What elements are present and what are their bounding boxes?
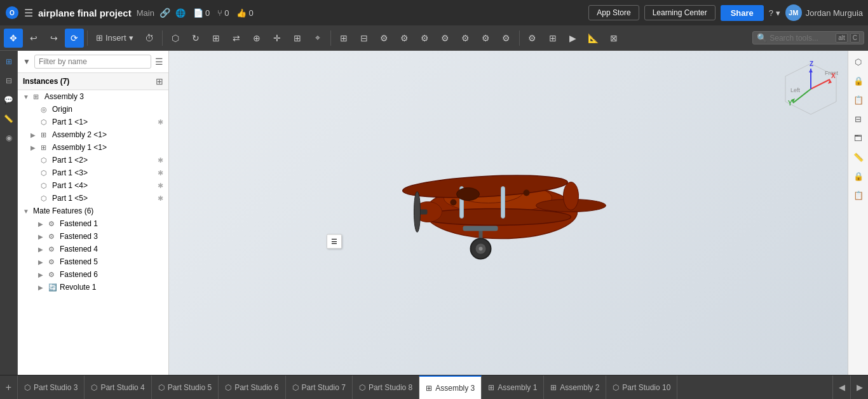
learning-center-button[interactable]: Learning Center — [644, 5, 715, 20]
toolbar-section[interactable]: ⊠ — [604, 29, 623, 48]
expand-icon-a1[interactable]: ▶ — [31, 144, 38, 151]
toolbar-move[interactable]: ✛ — [268, 29, 287, 48]
list-view-icon[interactable]: ☰ — [155, 57, 163, 67]
tree-item-part1-3[interactable]: ⬡ Part 1 <3> ✱ — [18, 166, 168, 179]
search-tools-input[interactable] — [770, 34, 833, 43]
rt-btn-measure[interactable]: 📏 — [850, 149, 867, 165]
tree-item-assembly2-1[interactable]: ▶ ⊞ Assembly 2 <1> — [18, 128, 168, 141]
toolbar-mate[interactable]: ⊕ — [247, 29, 266, 48]
toolbar-planar[interactable]: ⚙ — [477, 29, 496, 48]
tab-nav-right[interactable]: ▶ — [850, 375, 868, 400]
toolbar-revolute[interactable]: ⚙ — [395, 29, 414, 48]
mate-expand-icon[interactable]: ▼ — [23, 208, 31, 215]
toolbar-cube[interactable]: ⬡ — [166, 29, 185, 48]
help-button[interactable]: ? ▾ — [769, 8, 780, 18]
sidebar-icon-parts[interactable]: ⊞ — [2, 55, 16, 69]
toolbar-ball[interactable]: ⚙ — [456, 29, 475, 48]
tab-part-studio-8[interactable]: ⬡ Part Studio 8 — [353, 375, 419, 400]
part-action-5[interactable]: ✱ — [158, 194, 163, 203]
rt-btn-lock[interactable]: 🔒 — [850, 72, 867, 89]
share-button[interactable]: Share — [721, 5, 764, 21]
tab-part-studio-6[interactable]: ⬡ Part Studio 6 — [219, 375, 285, 400]
part-action-icon[interactable]: ✱ — [158, 118, 163, 126]
tree-item-fastened3[interactable]: ▶ ⚙ Fastened 3 — [18, 230, 168, 243]
tree-item-revolute1[interactable]: ▶ 🔄 Revolute 1 — [18, 281, 168, 294]
toolbar-slider[interactable]: ⚙ — [416, 29, 435, 48]
rt-btn-view[interactable]: ⬡ — [850, 53, 867, 70]
toolbar-time[interactable]: ⏱ — [140, 29, 159, 48]
sidebar-icon-filter[interactable]: ⊟ — [2, 74, 16, 88]
rt-btn-settings[interactable]: 🔒 — [850, 168, 867, 184]
branch-label[interactable]: Main — [137, 8, 154, 18]
doc-icon[interactable]: 📄 0 — [193, 8, 210, 18]
part-action-4[interactable]: ✱ — [158, 182, 163, 190]
tree-item-origin[interactable]: ◎ Origin — [18, 103, 168, 116]
user-area[interactable]: JM Jordan Murguia — [785, 4, 863, 21]
tree-item-fastened4[interactable]: ▶ ⚙ Fastened 4 — [18, 243, 168, 255]
toolbar-flip[interactable]: ⇄ — [227, 29, 246, 48]
fast3-expand[interactable]: ▶ — [38, 233, 46, 240]
tree-item-part1-1[interactable]: ⬡ Part 1 <1> ✱ — [18, 116, 168, 128]
rt-btn-copy[interactable]: 📋 — [850, 91, 867, 108]
toolbar-pattern[interactable]: ⊞ — [334, 29, 353, 48]
tab-part-studio-10[interactable]: ⬡ Part Studio 10 — [606, 375, 677, 400]
toolbar-pin[interactable]: ⚙ — [436, 29, 455, 48]
toolbar-rotate[interactable]: ↻ — [186, 29, 205, 48]
toolbar-snap[interactable]: ⌖ — [308, 29, 327, 48]
tab-assembly-1[interactable]: ⊞ Assembly 1 — [482, 375, 544, 400]
floating-list-panel[interactable]: ☰ — [327, 234, 342, 249]
tree-item-assembly1-1[interactable]: ▶ ⊞ Assembly 1 <1> — [18, 141, 168, 154]
link-icon[interactable]: 🔗 — [159, 8, 170, 18]
toolbar-select[interactable]: ✥ — [4, 29, 23, 48]
hamburger-menu[interactable]: ☰ — [24, 7, 33, 19]
tree-item-fastened5[interactable]: ▶ ⚙ Fastened 5 — [18, 255, 168, 268]
toolbar-redo[interactable]: ↪ — [44, 29, 64, 48]
rt-btn-display[interactable]: 🗔 — [850, 130, 867, 146]
tab-part-studio-5[interactable]: ⬡ Part Studio 5 — [152, 375, 219, 400]
tree-item-assembly3[interactable]: ▼ ⊞ Assembly 3 — [18, 90, 168, 103]
toolbar-refresh[interactable]: ⟳ — [65, 29, 84, 48]
toolbar-animation[interactable]: ▶ — [564, 29, 583, 48]
expand-icon[interactable]: ▼ — [23, 93, 31, 100]
part-action-3[interactable]: ✱ — [158, 169, 163, 177]
filter-input[interactable] — [34, 55, 151, 69]
rt-btn-list[interactable]: 📋 — [850, 187, 867, 203]
tab-assembly-2[interactable]: ⊞ Assembly 2 — [544, 375, 606, 400]
like-icon[interactable]: 👍 0 — [236, 8, 253, 18]
tab-nav-left[interactable]: ◀ — [832, 375, 850, 400]
toolbar-align[interactable]: ⊞ — [207, 29, 226, 48]
toolbar-explode2[interactable]: ⊞ — [543, 29, 562, 48]
toolbar-insert-button[interactable]: ⊞ Insert ▾ — [91, 30, 139, 45]
branch-icon[interactable]: ⑂ 0 — [217, 8, 229, 18]
appstore-button[interactable]: App Store — [588, 5, 639, 20]
tab-part-studio-7[interactable]: ⬡ Part Studio 7 — [286, 375, 353, 400]
toolbar-undo[interactable]: ↩ — [24, 29, 43, 48]
tab-assembly-3[interactable]: ⊞ Assembly 3 — [419, 375, 482, 400]
tree-item-fastened1[interactable]: ▶ ⚙ Fastened 1 — [18, 217, 168, 230]
filter-icon[interactable]: ▼ — [23, 57, 31, 66]
sidebar-icon-measure[interactable]: 📏 — [2, 112, 16, 126]
toolbar-mirror[interactable]: ⊟ — [355, 29, 374, 48]
tab-part-studio-4[interactable]: ⬡ Part Studio 4 — [85, 375, 151, 400]
fast5-expand[interactable]: ▶ — [38, 259, 46, 266]
expand-icon-a2[interactable]: ▶ — [31, 132, 38, 139]
fast6-expand[interactable]: ▶ — [38, 271, 46, 278]
rt-btn-section[interactable]: ⊟ — [850, 111, 867, 127]
tree-item-part1-5[interactable]: ⬡ Part 1 <5> ✱ — [18, 192, 168, 205]
toolbar-parallel[interactable]: ⚙ — [497, 29, 516, 48]
part-action-2[interactable]: ✱ — [158, 156, 163, 165]
sidebar-icon-display[interactable]: ◉ — [2, 131, 16, 145]
mate-features-header[interactable]: ▼ Mate Features (6) — [18, 205, 168, 217]
axis-indicator[interactable]: Front Left X Z Y — [779, 57, 843, 121]
toolbar-settings[interactable]: ⚙ — [523, 29, 542, 48]
viewport[interactable]: Front Left X Z Y — [169, 51, 868, 375]
sidebar-icon-comment[interactable]: 💬 — [2, 93, 16, 107]
tree-item-part1-4[interactable]: ⬡ Part 1 <4> ✱ — [18, 179, 168, 192]
fast1-expand[interactable]: ▶ — [38, 220, 46, 227]
logo[interactable]: O — [5, 6, 19, 20]
tree-item-fastened6[interactable]: ▶ ⚙ Fastened 6 — [18, 268, 168, 281]
tab-part-studio-3[interactable]: ⬡ Part Studio 3 — [18, 375, 85, 400]
globe-icon[interactable]: 🌐 — [175, 8, 186, 18]
toolbar-fastened[interactable]: ⚙ — [375, 29, 394, 48]
toolbar-explode[interactable]: ⊞ — [288, 29, 307, 48]
